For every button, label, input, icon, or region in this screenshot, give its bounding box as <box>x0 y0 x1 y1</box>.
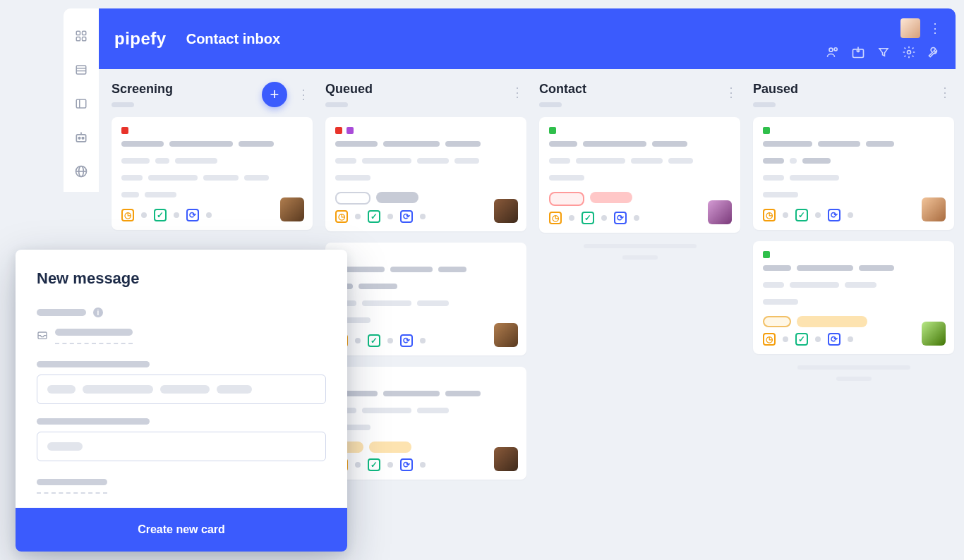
panel-icon[interactable] <box>73 96 89 111</box>
sync-icon: ⟳ <box>400 458 413 471</box>
column-title: Paused <box>753 82 798 97</box>
clock-icon: ◷ <box>763 209 776 221</box>
page-title: Contact inbox <box>186 31 280 47</box>
svg-point-17 <box>834 48 837 51</box>
check-icon: ✓ <box>154 209 167 221</box>
assignee-avatar[interactable] <box>922 197 946 221</box>
tag-red <box>121 127 128 134</box>
tag-purple <box>347 127 354 134</box>
import-icon[interactable] <box>851 45 865 59</box>
inbox-icon <box>37 329 48 341</box>
column-placeholder <box>584 244 697 248</box>
check-icon: ✓ <box>795 333 808 346</box>
new-message-modal: New message i Create new card <box>16 250 347 552</box>
column-paused: Paused ⋮ ◷ ✓ ⟳ ◷ ✓ <box>753 82 954 560</box>
assignee-avatar[interactable] <box>922 322 946 346</box>
clock-icon: ◷ <box>549 212 562 224</box>
check-icon: ✓ <box>795 209 808 221</box>
svg-rect-7 <box>76 99 86 108</box>
apps-icon[interactable] <box>73 28 89 44</box>
kanban-card[interactable]: ◷ ✓ ⟳ <box>325 117 526 231</box>
tag-green <box>763 127 770 134</box>
globe-icon[interactable] <box>73 164 89 179</box>
settings-icon[interactable] <box>902 45 916 59</box>
text-input[interactable] <box>37 375 326 404</box>
check-icon: ✓ <box>582 212 594 224</box>
sync-icon: ⟳ <box>828 209 841 221</box>
svg-rect-9 <box>76 135 85 142</box>
column-placeholder <box>622 255 658 260</box>
sync-icon: ⟳ <box>614 212 627 224</box>
tag-green <box>763 251 770 258</box>
assignee-avatar[interactable] <box>494 199 518 223</box>
modal-title: New message <box>37 269 326 288</box>
tools-icon[interactable] <box>927 45 941 59</box>
svg-rect-4 <box>76 66 86 74</box>
clock-icon: ◷ <box>121 209 134 221</box>
column-title: Contact <box>539 82 586 97</box>
svg-rect-2 <box>76 37 80 41</box>
sync-icon: ⟳ <box>828 333 841 346</box>
check-icon: ✓ <box>368 458 380 471</box>
column-subtitle-placeholder <box>112 102 134 107</box>
check-icon: ✓ <box>368 334 380 347</box>
kanban-card[interactable]: ◷ ✓ ⟳ <box>753 241 954 354</box>
filter-icon[interactable] <box>876 45 891 59</box>
assignee-avatar[interactable] <box>494 447 518 471</box>
people-icon[interactable] <box>826 45 840 59</box>
kanban-card[interactable]: ◷ ✓ ⟳ <box>325 243 526 355</box>
column-menu-icon[interactable]: ⋮ <box>294 84 313 105</box>
app-header: pipefy Contact inbox ⋮ <box>99 8 956 69</box>
left-rail <box>64 8 99 192</box>
column-placeholder <box>797 365 910 370</box>
column-title: Screening <box>112 82 173 97</box>
kanban-card[interactable]: ◷ ✓ ⟳ <box>112 117 313 230</box>
field-label-placeholder <box>37 361 150 367</box>
sync-icon: ⟳ <box>400 210 413 223</box>
svg-rect-0 <box>76 31 80 35</box>
column-subtitle-placeholder <box>753 102 776 107</box>
column-menu-icon[interactable]: ⋮ <box>508 82 526 103</box>
svg-rect-1 <box>83 31 86 35</box>
kanban-card[interactable]: ◷ ✓ ⟳ <box>539 117 740 233</box>
sync-icon: ⟳ <box>186 209 199 221</box>
info-icon[interactable]: i <box>93 308 103 317</box>
assignee-avatar[interactable] <box>494 323 518 347</box>
column-menu-icon[interactable]: ⋮ <box>722 82 740 103</box>
robot-icon[interactable] <box>73 130 89 145</box>
clock-icon: ◷ <box>763 333 776 346</box>
text-input[interactable] <box>37 432 326 461</box>
create-card-button[interactable]: Create new card <box>16 508 347 552</box>
svg-point-11 <box>82 138 84 140</box>
column-queued: Queued ⋮ ◷ ✓ ⟳ ◷ ✓ <box>325 82 526 560</box>
column-title: Queued <box>325 82 373 97</box>
column-contact: Contact ⋮ ◷ ✓ ⟳ <box>539 82 740 560</box>
column-subtitle-placeholder <box>539 102 562 107</box>
assignee-avatar[interactable] <box>708 200 732 224</box>
kanban-card[interactable]: ◷ ✓ ⟳ <box>325 367 526 480</box>
list-icon[interactable] <box>73 62 89 78</box>
column-placeholder <box>836 377 872 381</box>
add-card-button[interactable]: + <box>262 82 287 107</box>
svg-point-16 <box>829 48 833 51</box>
current-user-avatar[interactable] <box>900 18 920 38</box>
kanban-card[interactable]: ◷ ✓ ⟳ <box>753 117 954 230</box>
clock-icon: ◷ <box>335 210 348 223</box>
svg-point-10 <box>78 138 80 140</box>
tag-green <box>549 127 556 134</box>
sync-icon: ⟳ <box>400 334 413 347</box>
header-more-icon[interactable]: ⋮ <box>929 20 941 36</box>
header-actions: ⋮ <box>826 18 941 59</box>
brand-logo: pipefy <box>114 29 167 49</box>
field-label-placeholder <box>37 418 150 425</box>
field-placeholder <box>37 475 107 494</box>
assignee-avatar[interactable] <box>280 197 304 221</box>
column-menu-icon[interactable]: ⋮ <box>936 82 954 103</box>
check-icon: ✓ <box>368 210 380 223</box>
column-subtitle-placeholder <box>325 102 348 107</box>
tag-red <box>335 127 342 134</box>
svg-point-19 <box>908 51 911 54</box>
svg-rect-3 <box>83 37 86 41</box>
